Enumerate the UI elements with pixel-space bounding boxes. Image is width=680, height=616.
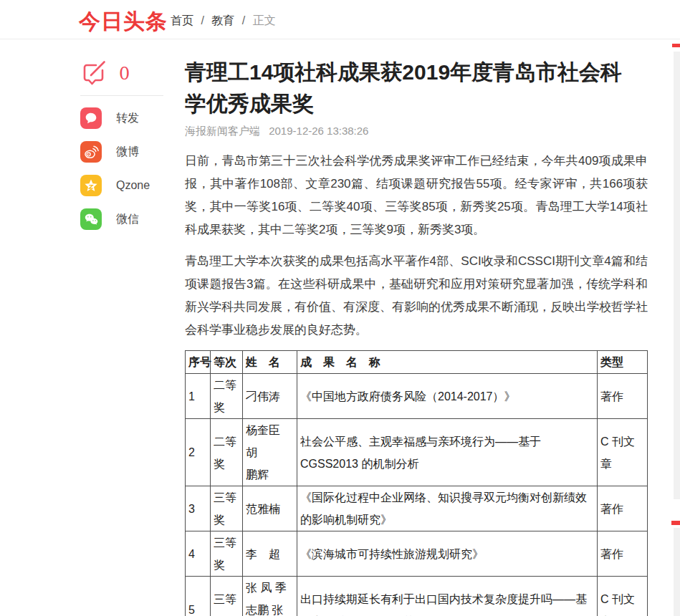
article-byline: 海报新闻客户端 2019-12-26 13:38:26 bbox=[185, 124, 648, 138]
cell-title: 《国际化过程中企业网络、知识搜寻双元均衡对创新绩效的影响机制研究》 bbox=[297, 486, 598, 531]
qzone-star-icon bbox=[80, 175, 102, 196]
cell-title: 《中国地方政府债务风险（2014-2017）》 bbox=[297, 374, 598, 419]
share-wechat-label: 微信 bbox=[116, 212, 139, 227]
article-title: 青理工14项社科成果获2019年度青岛市社会科学优秀成果奖 bbox=[185, 57, 638, 120]
breadcrumb: 首页 / 教育 / 正文 bbox=[171, 14, 280, 29]
cell-title: 社会公平感、主观幸福感与亲环境行为——基于CGSS2013 的机制分析 bbox=[297, 419, 598, 486]
cell-type: C 刊文章 bbox=[598, 419, 648, 486]
weibo-icon bbox=[80, 141, 102, 163]
cell-grade: 三等奖 bbox=[211, 486, 243, 531]
breadcrumb-current: 正文 bbox=[253, 14, 276, 27]
article-timestamp: 2019-12-26 13:38:26 bbox=[269, 125, 368, 137]
share-forward-button[interactable]: 转发 bbox=[80, 107, 166, 129]
breadcrumb-home[interactable]: 首页 bbox=[171, 14, 193, 27]
toutiao-logo[interactable]: 今日头条 bbox=[79, 7, 168, 37]
scrollbar-thumb[interactable] bbox=[674, 52, 680, 499]
col-header-names: 姓 名 bbox=[243, 351, 297, 374]
col-header-no: 序号 bbox=[186, 351, 211, 374]
cell-no: 3 bbox=[186, 486, 211, 531]
share-wechat-button[interactable]: 微信 bbox=[80, 208, 166, 230]
article: 青理工14项社科成果获2019年度青岛市社会科学优秀成果奖 海报新闻客户端 20… bbox=[185, 39, 648, 616]
scrollbar-find-marker bbox=[672, 44, 680, 47]
share-sidebar: 0 转发 微博 bbox=[80, 59, 166, 242]
cell-type: 著作 bbox=[598, 374, 648, 419]
comment-count: 0 bbox=[119, 64, 130, 84]
article-paragraph: 青岛理工大学本次获奖的成果包括高水平著作4部、SCI收录和CSSCI期刊文章4篇… bbox=[185, 250, 648, 342]
col-header-type: 类型 bbox=[598, 351, 648, 374]
share-forward-label: 转发 bbox=[116, 111, 139, 126]
breadcrumb-category[interactable]: 教育 bbox=[211, 14, 234, 27]
cell-names: 李 超 bbox=[243, 531, 297, 577]
table-header-row: 序号 等次 姓 名 成 果 名 称 类型 bbox=[186, 351, 648, 374]
cell-type: 著作 bbox=[598, 531, 648, 577]
breadcrumb-separator: / bbox=[201, 14, 203, 27]
wechat-icon bbox=[80, 208, 102, 230]
table-row: 5 三等奖 张 凤 季 志鹏 张倩慧 出口持续期延长有利于出口国内技术复杂度提升… bbox=[186, 577, 648, 616]
table-row: 3 三等奖 范雅楠 《国际化过程中企业网络、知识搜寻双元均衡对创新绩效的影响机制… bbox=[186, 486, 648, 531]
cell-title: 出口持续期延长有利于出口国内技术复杂度提升吗——基于中国微观出口数据的验证 bbox=[297, 577, 598, 616]
share-qzone-button[interactable]: Qzone bbox=[80, 175, 166, 196]
table-row: 2 二等奖 杨奎臣 胡 鹏辉 社会公平感、主观幸福感与亲环境行为——基于CGSS… bbox=[186, 419, 648, 486]
cell-grade: 三等奖 bbox=[211, 577, 243, 616]
cell-grade: 三等奖 bbox=[211, 531, 243, 577]
cell-grade: 二等奖 bbox=[211, 374, 243, 419]
cell-names: 范雅楠 bbox=[243, 486, 297, 531]
page: 今日头条 首页 / 教育 / 正文 0 bbox=[0, 0, 680, 616]
share-weibo-label: 微博 bbox=[116, 145, 139, 160]
cell-names: 刁伟涛 bbox=[243, 374, 297, 419]
breadcrumb-separator: / bbox=[242, 14, 245, 27]
cell-title: 《滨海城市可持续性旅游规划研究》 bbox=[297, 531, 598, 577]
scrollbar-find-marker bbox=[671, 521, 680, 525]
cell-names: 张 凤 季 志鹏 张倩慧 bbox=[243, 577, 297, 616]
cell-no: 4 bbox=[186, 531, 211, 577]
cell-type: 著作 bbox=[598, 486, 648, 531]
cell-no: 5 bbox=[186, 577, 211, 616]
sidebar-divider bbox=[80, 95, 163, 96]
table-row: 4 三等奖 李 超 《滨海城市可持续性旅游规划研究》 著作 bbox=[186, 531, 648, 577]
share-weibo-button[interactable]: 微博 bbox=[80, 141, 166, 163]
article-paragraph: 日前，青岛市第三十三次社会科学优秀成果奖评审工作已经结束，今年共409项成果申报… bbox=[185, 150, 648, 241]
scrollbar-thumb[interactable] bbox=[674, 528, 680, 616]
chat-bubble-icon bbox=[80, 107, 102, 129]
col-header-grade: 等次 bbox=[211, 351, 243, 374]
awards-table: 序号 等次 姓 名 成 果 名 称 类型 1 二等奖 刁伟涛 《中国地方政府债务… bbox=[185, 350, 648, 616]
cell-no: 2 bbox=[186, 419, 211, 486]
top-header: 今日头条 首页 / 教育 / 正文 bbox=[0, 0, 680, 39]
comment-entry[interactable]: 0 bbox=[80, 59, 166, 88]
col-header-title: 成 果 名 称 bbox=[297, 351, 598, 374]
article-source: 海报新闻客户端 bbox=[185, 125, 260, 137]
table-row: 1 二等奖 刁伟涛 《中国地方政府债务风险（2014-2017）》 著作 bbox=[186, 374, 648, 419]
cell-type: C 刊文章 bbox=[598, 577, 648, 616]
share-qzone-label: Qzone bbox=[116, 179, 150, 192]
cell-no: 1 bbox=[186, 374, 211, 419]
cell-grade: 二等奖 bbox=[211, 419, 243, 486]
comment-edit-icon bbox=[80, 59, 107, 89]
cell-names: 杨奎臣 胡 鹏辉 bbox=[243, 419, 297, 486]
